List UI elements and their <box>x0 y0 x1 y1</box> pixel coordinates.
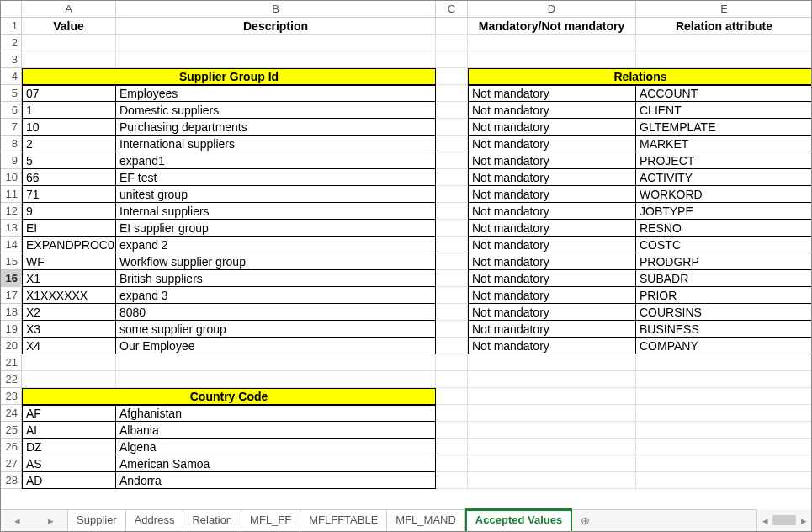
cell-5-A[interactable]: 07 <box>22 85 116 102</box>
cell-14-E[interactable]: COSTC <box>636 237 812 253</box>
scroll-right-icon[interactable]: ▸ <box>796 509 811 531</box>
cell-25-D[interactable] <box>468 422 636 439</box>
cell-25-E[interactable] <box>636 422 812 439</box>
cell-3-D[interactable] <box>468 51 636 68</box>
row-header-14[interactable]: 14 <box>1 237 22 253</box>
cell-12-A[interactable]: 9 <box>22 203 116 220</box>
cell-16-E[interactable]: SUBADR <box>636 270 812 287</box>
row-header-9[interactable]: 9 <box>1 152 22 169</box>
cell-15-C[interactable] <box>436 253 468 270</box>
column-header-B[interactable]: B <box>116 1 436 18</box>
row-header-15[interactable]: 15 <box>1 253 22 270</box>
row-header-24[interactable]: 24 <box>1 405 22 422</box>
cell-1-B[interactable]: Description <box>116 18 436 35</box>
row-header-23[interactable]: 23 <box>1 388 22 405</box>
cell-18-C[interactable] <box>436 304 468 321</box>
row-header-3[interactable]: 3 <box>1 51 22 68</box>
row-header-8[interactable]: 8 <box>1 136 22 152</box>
cell-1-A[interactable]: Value <box>22 18 116 35</box>
row-header-5[interactable]: 5 <box>1 85 22 102</box>
cell-5-D[interactable]: Not mandatory <box>468 85 636 102</box>
cell-13-D[interactable]: Not mandatory <box>468 220 636 237</box>
cell-19-D[interactable]: Not mandatory <box>468 321 636 338</box>
cell-27-C[interactable] <box>436 455 468 472</box>
cell-21-E[interactable] <box>636 354 812 371</box>
cell-6-A[interactable]: 1 <box>22 102 116 119</box>
row-header-12[interactable]: 12 <box>1 203 22 220</box>
cell-1-E[interactable]: Relation attribute <box>636 18 812 35</box>
row-header-16[interactable]: 16 <box>1 270 22 287</box>
row-header-4[interactable]: 4 <box>1 68 22 85</box>
cell-18-E[interactable]: COURSINS <box>636 304 812 321</box>
cell-28-A[interactable]: AD <box>22 472 116 489</box>
cell-23-C[interactable] <box>436 388 468 405</box>
cell-10-D[interactable]: Not mandatory <box>468 169 636 186</box>
cell-5-E[interactable]: ACCOUNT <box>636 85 812 102</box>
sheet-tab-address[interactable]: Address <box>126 510 184 531</box>
cell-5-C[interactable] <box>436 85 468 102</box>
sheet-tab-accepted-values[interactable]: Accepted Values <box>465 508 572 531</box>
cell-27-B[interactable]: American Samoa <box>116 455 436 472</box>
column-header-C[interactable]: C <box>436 1 468 18</box>
cell-17-A[interactable]: X1XXXXXX <box>22 287 116 304</box>
cell-20-E[interactable]: COMPANY <box>636 338 812 354</box>
cell-10-E[interactable]: ACTIVITY <box>636 169 812 186</box>
cell-16-D[interactable]: Not mandatory <box>468 270 636 287</box>
cell-9-B[interactable]: expand1 <box>116 152 436 169</box>
cell-24-E[interactable] <box>636 405 812 422</box>
cell-2-D[interactable] <box>468 35 636 51</box>
cell-2-A[interactable] <box>22 35 116 51</box>
column-header-A[interactable]: A <box>22 1 116 18</box>
cell-17-E[interactable]: PRIOR <box>636 287 812 304</box>
cell-24-B[interactable]: Afghanistan <box>116 405 436 422</box>
cell-24-D[interactable] <box>468 405 636 422</box>
cell-18-B[interactable]: 8080 <box>116 304 436 321</box>
cell-21-D[interactable] <box>468 354 636 371</box>
cell-11-B[interactable]: unitest group <box>116 186 436 203</box>
cell-10-B[interactable]: EF test <box>116 169 436 186</box>
spreadsheet-grid[interactable]: ABCDE1ValueDescriptionMandatory/Not mand… <box>1 1 811 489</box>
cell-22-C[interactable] <box>436 371 468 388</box>
cell-22-D[interactable] <box>468 371 636 388</box>
row-header-6[interactable]: 6 <box>1 102 22 119</box>
cell-18-A[interactable]: X2 <box>22 304 116 321</box>
row-header-11[interactable]: 11 <box>1 186 22 203</box>
cell-10-C[interactable] <box>436 169 468 186</box>
cell-12-E[interactable]: JOBTYPE <box>636 203 812 220</box>
cell-13-E[interactable]: RESNO <box>636 220 812 237</box>
cell-14-B[interactable]: expand 2 <box>116 237 436 253</box>
cell-26-A[interactable]: DZ <box>22 439 116 455</box>
cell-9-D[interactable]: Not mandatory <box>468 152 636 169</box>
cell-10-A[interactable]: 66 <box>22 169 116 186</box>
cell-20-D[interactable]: Not mandatory <box>468 338 636 354</box>
cell-2-E[interactable] <box>636 35 812 51</box>
cell-27-D[interactable] <box>468 455 636 472</box>
cell-9-A[interactable]: 5 <box>22 152 116 169</box>
cell-6-B[interactable]: Domestic suppliers <box>116 102 436 119</box>
cell-3-C[interactable] <box>436 51 468 68</box>
cell-7-C[interactable] <box>436 119 468 136</box>
cell-14-C[interactable] <box>436 237 468 253</box>
cell-23-E[interactable] <box>636 388 812 405</box>
cell-8-B[interactable]: International suppliers <box>116 136 436 152</box>
cell-8-E[interactable]: MARKET <box>636 136 812 152</box>
cell-11-C[interactable] <box>436 186 468 203</box>
scroll-left-icon[interactable]: ◂ <box>757 509 772 531</box>
cell-17-D[interactable]: Not mandatory <box>468 287 636 304</box>
cell-17-C[interactable] <box>436 287 468 304</box>
cell-6-D[interactable]: Not mandatory <box>468 102 636 119</box>
cell-2-B[interactable] <box>116 35 436 51</box>
cell-15-D[interactable]: Not mandatory <box>468 253 636 270</box>
cell-13-C[interactable] <box>436 220 468 237</box>
horizontal-scrollbar[interactable]: ◂ ▸ <box>756 509 811 531</box>
cell-9-E[interactable]: PROJECT <box>636 152 812 169</box>
cell-25-B[interactable]: Albania <box>116 422 436 439</box>
row-header-27[interactable]: 27 <box>1 455 22 472</box>
row-header-19[interactable]: 19 <box>1 321 22 338</box>
cell-7-B[interactable]: Purchasing departments <box>116 119 436 136</box>
row-header-13[interactable]: 13 <box>1 220 22 237</box>
tab-scroll-prev[interactable]: ◂ <box>13 514 22 527</box>
cell-11-E[interactable]: WORKORD <box>636 186 812 203</box>
cell-16-C[interactable] <box>436 270 468 287</box>
cell-22-A[interactable] <box>22 371 116 388</box>
